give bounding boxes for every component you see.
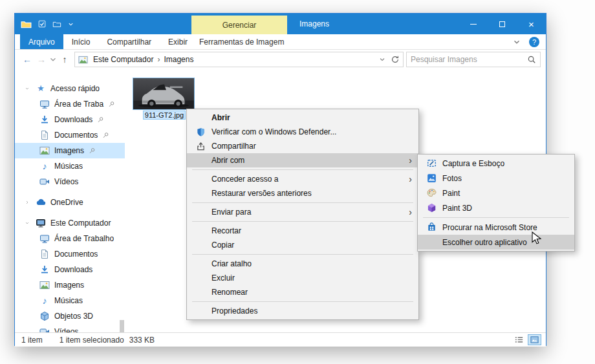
file-thumbnail-car: [133, 78, 195, 110]
menu-item-excluir[interactable]: Excluir: [187, 271, 418, 285]
menu-item-copiar[interactable]: Copiar: [187, 238, 418, 252]
sidebar-label: Vídeos: [54, 177, 78, 186]
submenu-item-procurar-na-microsoft-store[interactable]: Procurar na Microsoft Store: [418, 220, 574, 235]
expander-icon[interactable]: [25, 200, 30, 205]
sidebar-item-documentos[interactable]: Documentos: [15, 246, 125, 262]
menu-separator: [423, 217, 569, 218]
pin-icon: [102, 132, 109, 139]
selection-size: 333 KB: [129, 336, 155, 345]
desktop-icon: [39, 99, 50, 109]
breadcrumb-chevron-icon: ›: [155, 55, 162, 64]
submenu-item-captura-e-esboco[interactable]: Captura e Esboço: [418, 156, 574, 171]
download-icon: [39, 264, 50, 275]
tab-ferramentas-de-imagem[interactable]: Ferramentas de Imagem: [191, 34, 292, 49]
expander-icon[interactable]: [25, 220, 30, 226]
close-button[interactable]: ×: [517, 14, 546, 34]
menu-item-abrir-com[interactable]: Abrir com ›: [187, 153, 418, 167]
thumbnails-view-button[interactable]: [528, 334, 541, 345]
search-input[interactable]: [411, 55, 527, 64]
tab-arquivo[interactable]: Arquivo: [20, 34, 63, 49]
menu-item-enviar-para[interactable]: Enviar para ›: [187, 205, 418, 219]
sidebar-item-imagens-qa[interactable]: Imagens: [15, 143, 125, 158]
tab-inicio[interactable]: Início: [63, 34, 99, 49]
sidebar-item-este-computador[interactable]: Este Computador: [15, 215, 125, 231]
titlebar[interactable]: Gerenciar Imagens ×: [15, 14, 546, 34]
quick-access-star-icon: ★: [36, 83, 46, 94]
video-icon: [39, 177, 50, 187]
snip-sketch-icon: [427, 158, 437, 168]
minimize-button[interactable]: [459, 14, 488, 34]
defender-shield-icon: [196, 127, 206, 137]
sidebar-item-musicas-qa[interactable]: ♪ Músicas: [15, 158, 125, 174]
sidebar-item-musicas[interactable]: ♪ Músicas: [15, 293, 125, 308]
sidebar-item-acesso-rapido[interactable]: ★ Acesso rápido: [15, 81, 125, 96]
sidebar-item-onedrive[interactable]: OneDrive: [15, 195, 125, 210]
new-folder-icon[interactable]: [52, 19, 61, 28]
forward-button[interactable]: →: [34, 52, 49, 67]
details-view-button[interactable]: [512, 334, 526, 345]
sidebar-item-documentos-qa[interactable]: Documentos: [15, 127, 125, 143]
manage-contextual-tab[interactable]: Gerenciar: [191, 16, 287, 34]
sidebar-label: Este Computador: [50, 219, 111, 228]
menu-item-recortar[interactable]: Recortar: [187, 224, 418, 238]
sidebar-item-imagens[interactable]: Imagens: [15, 277, 125, 293]
sidebar-label: Imagens: [54, 146, 84, 155]
submenu-chevron-icon: ›: [409, 175, 412, 184]
manage-tab-label: Gerenciar: [222, 21, 257, 30]
sidebar-item-videos[interactable]: Vídeos: [15, 324, 125, 332]
maximize-button[interactable]: [488, 14, 517, 34]
expander-icon[interactable]: [25, 86, 30, 91]
menu-item-compartilhar[interactable]: Compartilhar: [187, 139, 418, 153]
address-dropdown-chevron-icon[interactable]: [378, 56, 386, 63]
download-icon: [39, 114, 50, 125]
sidebar-label: Downloads: [54, 265, 92, 274]
breadcrumb-this-pc[interactable]: Este Computador: [91, 55, 155, 64]
up-button[interactable]: ↑: [58, 52, 72, 67]
menu-item-abrir[interactable]: Abrir: [187, 111, 418, 125]
folder-location-icon: [78, 55, 88, 65]
qat-chevron-down-icon[interactable]: [67, 21, 74, 28]
window-controls: ×: [459, 14, 546, 34]
submenu-item-paint[interactable]: Paint: [418, 186, 574, 200]
pictures-icon: [39, 280, 50, 290]
music-icon: ♪: [39, 161, 50, 171]
details-view-icon: [514, 335, 524, 345]
submenu-item-escolher-outro-aplicativo[interactable]: Escolher outro aplicativo: [418, 235, 574, 250]
sidebar-label: Objetos 3D: [54, 312, 93, 321]
submenu-item-fotos[interactable]: Fotos: [418, 171, 574, 186]
sidebar-item-objetos-3d[interactable]: Objetos 3D: [15, 308, 125, 324]
help-button[interactable]: ?: [529, 37, 539, 47]
submenu-item-paint-3d[interactable]: Paint 3D: [418, 200, 574, 215]
sidebar-label: Downloads: [54, 115, 92, 124]
selection-count: 1 item selecionado: [60, 336, 124, 345]
pin-icon: [108, 101, 115, 108]
sidebar-item-area-de-trabalho-qa[interactable]: Área de Traba: [15, 96, 125, 112]
mouse-cursor: [530, 231, 543, 246]
address-bar[interactable]: Este Computador › Imagens: [74, 52, 404, 67]
tab-compartilhar[interactable]: Compartilhar: [98, 34, 160, 49]
menu-item-restaurar-versoes[interactable]: Restaurar versões anteriores: [187, 186, 418, 200]
back-button[interactable]: ←: [20, 52, 34, 67]
help-icon: ?: [532, 38, 536, 46]
sidebar-scrollbar-thumb[interactable]: [120, 320, 124, 332]
menu-item-propriedades[interactable]: Propriedades: [187, 304, 418, 318]
sidebar-item-downloads-qa[interactable]: Downloads: [15, 112, 125, 127]
sidebar-item-area-de-trabalho[interactable]: Área de Trabalho: [15, 231, 125, 246]
menu-item-conceder-acesso[interactable]: Conceder acesso a ›: [187, 172, 418, 186]
sidebar-label: Área de Traba: [54, 100, 103, 109]
refresh-icon[interactable]: [391, 55, 400, 64]
sidebar-label: Documentos: [54, 250, 98, 259]
ribbon-expand-chevron-icon[interactable]: [512, 37, 521, 47]
breadcrumb-imagens[interactable]: Imagens: [162, 55, 195, 64]
menu-item-criar-atalho[interactable]: Criar atalho: [187, 257, 418, 271]
sidebar-item-videos-qa[interactable]: Vídeos: [15, 174, 125, 189]
sidebar-item-downloads[interactable]: Downloads: [15, 262, 125, 277]
history-chevron-icon[interactable]: [49, 52, 58, 67]
menu-item-verificar-defender[interactable]: Verificar com o Windows Defender...: [187, 125, 418, 139]
photos-icon: [427, 173, 437, 183]
window-title: Imagens: [299, 14, 329, 34]
properties-icon[interactable]: [38, 19, 47, 28]
menu-item-renomear[interactable]: Renomear: [187, 285, 418, 299]
tab-exibir[interactable]: Exibir: [160, 34, 196, 49]
microsoft-store-icon: [427, 222, 437, 232]
